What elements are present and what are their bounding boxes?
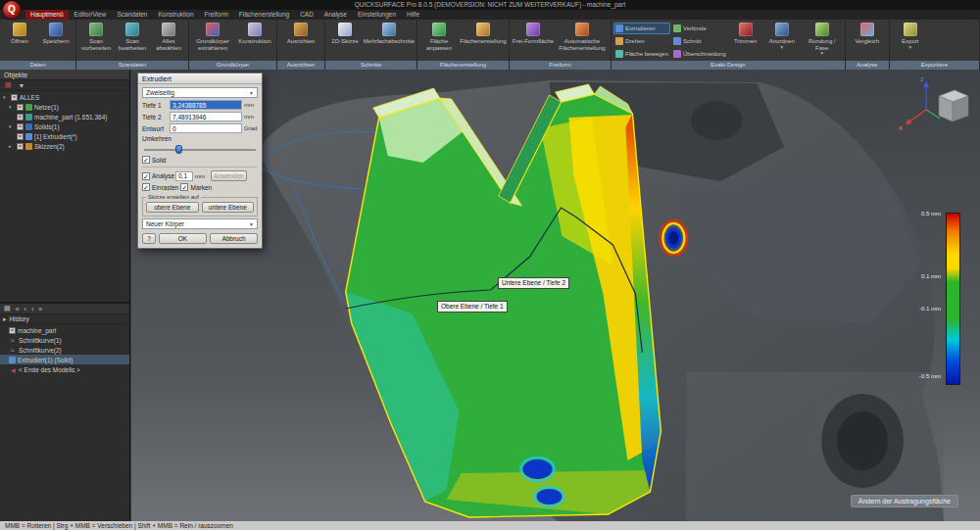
menu-tab-hilfe[interactable]: Hilfe bbox=[402, 10, 424, 20]
extrude-button[interactable]: Extrudieren bbox=[613, 23, 670, 34]
construction-button[interactable]: Konstruktion bbox=[235, 21, 274, 60]
extract-primitive-button[interactable]: Grundkörper extrahieren bbox=[191, 21, 234, 60]
button-label: Konstruktion bbox=[238, 38, 270, 45]
app-logo[interactable]: Q bbox=[3, 1, 21, 19]
freeform-surface-button[interactable]: Frei-Formfläche bbox=[512, 21, 555, 60]
menu-tab-konstruktion[interactable]: Konstruktion bbox=[153, 10, 198, 20]
upper-plane-button[interactable]: obere Ebene bbox=[146, 202, 199, 213]
menu-tab-cad[interactable]: CAD bbox=[295, 10, 318, 20]
visibility-checkbox[interactable]: × bbox=[11, 94, 18, 101]
button-label: Ausrichten bbox=[287, 38, 315, 45]
menu-tab-scandaten[interactable]: Scandaten bbox=[112, 10, 152, 20]
menu-tab-hauptmenu[interactable]: Hauptmenü bbox=[25, 10, 69, 20]
body-select[interactable]: Neuer Körper ▼ bbox=[142, 218, 258, 229]
ribbon-group-scandaten: Scan vorbereiten Scan bearbeiten Alles a… bbox=[76, 20, 189, 70]
move-face-button[interactable]: Fläche bewegen bbox=[613, 48, 670, 60]
visibility-checkbox[interactable]: × bbox=[17, 114, 24, 120]
history-item-label: < Ende des Modells > bbox=[19, 366, 80, 373]
analysis-tolerance-input[interactable] bbox=[175, 171, 193, 181]
draft-angle-input[interactable] bbox=[170, 123, 242, 133]
mesh-display-icon[interactable]: ▤ bbox=[3, 81, 13, 89]
expand-icon[interactable]: ▾ bbox=[9, 123, 15, 129]
history-item-schnittkurve-1[interactable]: ≈ Schnittkurve(1) bbox=[0, 335, 129, 345]
depth1-input[interactable] bbox=[170, 100, 242, 110]
upper-plane-handle[interactable]: Obere Ebene / Tiefe 1 bbox=[437, 301, 508, 313]
sketch-group-icon bbox=[25, 143, 32, 150]
deselect-all-button[interactable]: Alles abwählen bbox=[151, 21, 186, 60]
apply-button[interactable]: Anwenden bbox=[211, 170, 247, 181]
group-label-exakt-design: Exakt-Design bbox=[612, 61, 845, 70]
scan-edit-button[interactable]: Scan bearbeiten bbox=[115, 21, 150, 60]
history-item-machine-part[interactable]: × machine_part bbox=[0, 325, 129, 335]
align-button[interactable]: Ausrichten bbox=[279, 21, 322, 60]
lower-plane-handle[interactable]: Untere Ebene / Tiefe 2 bbox=[498, 277, 569, 289]
history-icon: ▸ bbox=[3, 315, 7, 323]
collapse-icon[interactable]: ▸ bbox=[9, 143, 15, 149]
reverse-slider[interactable] bbox=[144, 144, 256, 154]
slider-knob[interactable] bbox=[175, 145, 182, 154]
revolve-button[interactable]: Drehen bbox=[613, 35, 670, 47]
snap-checkbox[interactable]: ✓ bbox=[142, 183, 150, 191]
view-cube[interactable] bbox=[939, 90, 968, 121]
cancel-button[interactable]: Abbruch bbox=[210, 233, 258, 244]
history-list-icon[interactable]: ▤ bbox=[4, 305, 11, 313]
button-label: Fläche anpassen bbox=[419, 38, 459, 51]
mode-select[interactable]: Zweiseitig ▼ bbox=[142, 87, 258, 98]
menu-tab-analyse[interactable]: Analyse bbox=[319, 10, 352, 20]
visibility-checkbox[interactable]: × bbox=[17, 133, 24, 140]
button-label: 2D-Skizze bbox=[331, 38, 358, 45]
expand-icon[interactable]: ▾ bbox=[9, 104, 15, 110]
button-label: Mehrfachabschnitte bbox=[364, 38, 415, 45]
save-button[interactable]: Speichern bbox=[38, 21, 74, 60]
history-next-icon[interactable]: › bbox=[31, 306, 33, 313]
surface-creation-button[interactable]: Flächenerstellung bbox=[460, 21, 507, 60]
visibility-checkbox[interactable]: × bbox=[17, 104, 24, 111]
boolean-intersect-button[interactable]: Überschneidung bbox=[671, 48, 728, 60]
marks-checkbox[interactable]: ✓ bbox=[180, 183, 188, 191]
tree-item-machine-part[interactable]: × machine_part (1.651.364) bbox=[0, 112, 129, 121]
visibility-checkbox[interactable]: × bbox=[17, 123, 24, 130]
filter-icon[interactable]: ▼ bbox=[17, 82, 26, 89]
mesh-group-icon bbox=[25, 104, 32, 111]
tree-item-extrudiert[interactable]: × [1] Extrudiert(*) bbox=[0, 131, 129, 141]
menu-tab-flaechenerstellung[interactable]: Flächenerstellung bbox=[234, 10, 294, 20]
ok-button[interactable]: OK bbox=[159, 233, 207, 244]
tree-item-alles[interactable]: ▾ × ALLES bbox=[0, 92, 129, 102]
expand-icon[interactable]: ▾ bbox=[3, 94, 9, 100]
auto-surface-button[interactable]: Automatische Flächenerstellung bbox=[556, 21, 609, 60]
fit-surface-button[interactable]: Fläche anpassen bbox=[419, 21, 459, 60]
help-button[interactable]: ? bbox=[142, 233, 156, 244]
visibility-checkbox[interactable]: × bbox=[9, 327, 16, 334]
history-item-extrudiert[interactable]: Extrudiert(1) (Solid) bbox=[0, 355, 129, 364]
menu-tab-einstellungen[interactable]: Einstellungen bbox=[353, 10, 401, 20]
pattern-button[interactable]: Anordnen ▼ bbox=[763, 21, 801, 60]
history-first-icon[interactable]: « bbox=[16, 306, 20, 313]
menu-tab-editor-view[interactable]: Editor/View bbox=[70, 10, 112, 20]
history-item-schnittkurve-2[interactable]: ≈ Schnittkurve(2) bbox=[0, 345, 129, 355]
fillet-chamfer-button[interactable]: Rundung / Fase ▼ bbox=[802, 21, 843, 60]
boolean-union-button[interactable]: Verbinde bbox=[671, 23, 728, 34]
open-button[interactable]: Öffnen bbox=[2, 21, 37, 60]
menu-tab-freiform[interactable]: Freiform bbox=[200, 10, 233, 20]
multi-sections-button[interactable]: Mehrfachabschnitte bbox=[364, 21, 415, 60]
lower-plane-button[interactable]: untere Ebene bbox=[202, 202, 255, 213]
dialog-title[interactable]: Extrudiert bbox=[138, 73, 262, 84]
sketch-2d-button[interactable]: 2D-Skizze bbox=[327, 21, 363, 60]
tree-item-solids[interactable]: ▾ × Solids(1) bbox=[0, 121, 129, 131]
scan-prepare-button[interactable]: Scan vorbereiten bbox=[78, 21, 114, 60]
solid-checkbox[interactable]: ✓ bbox=[142, 156, 150, 164]
tree-item-skizzen[interactable]: ▸ × Skizzen(2) bbox=[0, 141, 129, 151]
history-prev-icon[interactable]: ‹ bbox=[24, 306, 26, 313]
boolean-cut-button[interactable]: Schnitt bbox=[671, 35, 728, 47]
export-button[interactable]: Export ▼ bbox=[892, 21, 929, 60]
depth2-input[interactable] bbox=[170, 112, 242, 121]
tree-item-netze[interactable]: ▾ × Netze(1) bbox=[0, 102, 129, 112]
analysis-checkbox[interactable]: ✓ bbox=[142, 172, 150, 180]
trim-button[interactable]: Trimmen bbox=[729, 21, 762, 60]
visibility-checkbox[interactable]: × bbox=[17, 143, 24, 150]
history-item-end-marker[interactable]: ◀ < Ende des Modells > bbox=[0, 364, 129, 374]
ribbon-group-schnitte: 2D-Skizze Mehrfachabschnitte Schnitte bbox=[325, 20, 417, 70]
history-last-icon[interactable]: » bbox=[38, 306, 42, 313]
compare-button[interactable]: Vergleich bbox=[848, 21, 887, 60]
trim-icon bbox=[739, 23, 753, 36]
